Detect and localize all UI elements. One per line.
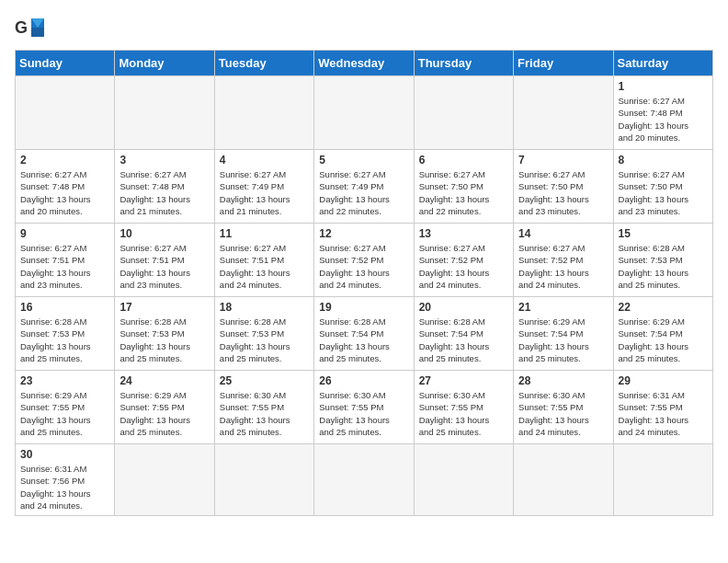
calendar-cell: 27Sunrise: 6:30 AMSunset: 7:55 PMDayligh… <box>414 371 513 444</box>
calendar-cell: 12Sunrise: 6:27 AMSunset: 7:52 PMDayligh… <box>314 224 414 297</box>
day-info: Sunrise: 6:27 AMSunset: 7:52 PMDaylight:… <box>518 242 608 291</box>
day-info: Sunrise: 6:28 AMSunset: 7:54 PMDaylight:… <box>419 316 508 364</box>
calendar-week-3: 9Sunrise: 6:27 AMSunset: 7:51 PMDaylight… <box>16 224 713 297</box>
day-info: Sunrise: 6:28 AMSunset: 7:53 PMDaylight:… <box>119 316 209 364</box>
calendar-cell <box>16 76 115 150</box>
day-info: Sunrise: 6:28 AMSunset: 7:53 PMDaylight:… <box>619 242 708 291</box>
day-info: Sunrise: 6:31 AMSunset: 7:56 PMDaylight:… <box>20 463 109 511</box>
day-info: Sunrise: 6:30 AMSunset: 7:55 PMDaylight:… <box>220 389 309 438</box>
calendar-cell: 26Sunrise: 6:30 AMSunset: 7:55 PMDayligh… <box>314 371 414 444</box>
day-number: 5 <box>319 154 408 167</box>
day-number: 10 <box>119 227 209 240</box>
day-number: 25 <box>220 374 309 387</box>
calendar-cell: 18Sunrise: 6:28 AMSunset: 7:53 PMDayligh… <box>214 297 313 371</box>
svg-marker-2 <box>31 28 44 37</box>
day-info: Sunrise: 6:30 AMSunset: 7:55 PMDaylight:… <box>419 389 508 438</box>
logo: G <box>15 15 53 40</box>
day-info: Sunrise: 6:27 AMSunset: 7:51 PMDaylight:… <box>220 242 309 291</box>
day-number: 29 <box>619 374 708 387</box>
day-info: Sunrise: 6:27 AMSunset: 7:50 PMDaylight:… <box>419 168 508 217</box>
day-number: 2 <box>20 154 109 167</box>
day-info: Sunrise: 6:27 AMSunset: 7:48 PMDaylight:… <box>20 168 109 217</box>
calendar-cell: 7Sunrise: 6:27 AMSunset: 7:50 PMDaylight… <box>514 150 613 224</box>
calendar-cell: 6Sunrise: 6:27 AMSunset: 7:50 PMDaylight… <box>414 150 513 224</box>
day-number: 1 <box>619 80 708 93</box>
calendar-week-1: 1Sunrise: 6:27 AMSunset: 7:48 PMDaylight… <box>16 76 713 150</box>
calendar-cell <box>115 444 214 516</box>
weekday-header-wednesday: Wednesday <box>314 51 414 76</box>
calendar-cell: 30Sunrise: 6:31 AMSunset: 7:56 PMDayligh… <box>16 444 115 516</box>
day-info: Sunrise: 6:30 AMSunset: 7:55 PMDaylight:… <box>518 389 608 438</box>
day-number: 21 <box>518 301 608 314</box>
day-info: Sunrise: 6:30 AMSunset: 7:55 PMDaylight:… <box>319 389 408 438</box>
calendar-cell: 9Sunrise: 6:27 AMSunset: 7:51 PMDaylight… <box>16 224 115 297</box>
weekday-header-sunday: Sunday <box>16 51 115 76</box>
day-number: 19 <box>319 301 408 314</box>
calendar-cell: 19Sunrise: 6:28 AMSunset: 7:54 PMDayligh… <box>314 297 414 371</box>
day-number: 6 <box>419 154 508 167</box>
day-number: 16 <box>20 301 109 314</box>
calendar-week-4: 16Sunrise: 6:28 AMSunset: 7:53 PMDayligh… <box>16 297 713 371</box>
day-info: Sunrise: 6:27 AMSunset: 7:48 PMDaylight:… <box>119 168 209 217</box>
calendar-cell: 25Sunrise: 6:30 AMSunset: 7:55 PMDayligh… <box>214 371 313 444</box>
calendar-cell <box>214 444 313 516</box>
day-number: 24 <box>119 374 209 387</box>
calendar-cell: 23Sunrise: 6:29 AMSunset: 7:55 PMDayligh… <box>16 371 115 444</box>
day-info: Sunrise: 6:29 AMSunset: 7:55 PMDaylight:… <box>20 389 109 438</box>
calendar-cell: 15Sunrise: 6:28 AMSunset: 7:53 PMDayligh… <box>613 224 712 297</box>
calendar-cell: 16Sunrise: 6:28 AMSunset: 7:53 PMDayligh… <box>16 297 115 371</box>
day-number: 22 <box>619 301 708 314</box>
header: G <box>15 15 713 40</box>
calendar-cell: 3Sunrise: 6:27 AMSunset: 7:48 PMDaylight… <box>115 150 214 224</box>
calendar-cell: 5Sunrise: 6:27 AMSunset: 7:49 PMDaylight… <box>314 150 414 224</box>
calendar-cell: 4Sunrise: 6:27 AMSunset: 7:49 PMDaylight… <box>214 150 313 224</box>
day-info: Sunrise: 6:28 AMSunset: 7:54 PMDaylight:… <box>319 316 408 364</box>
calendar-cell <box>514 76 613 150</box>
weekday-header-friday: Friday <box>514 51 613 76</box>
calendar-cell: 29Sunrise: 6:31 AMSunset: 7:55 PMDayligh… <box>613 371 712 444</box>
day-number: 20 <box>419 301 508 314</box>
day-number: 3 <box>119 154 209 167</box>
day-info: Sunrise: 6:28 AMSunset: 7:53 PMDaylight:… <box>220 316 309 364</box>
day-info: Sunrise: 6:29 AMSunset: 7:55 PMDaylight:… <box>119 389 209 438</box>
day-number: 26 <box>319 374 408 387</box>
day-number: 27 <box>419 374 508 387</box>
calendar-cell <box>514 444 613 516</box>
day-number: 7 <box>518 154 608 167</box>
calendar-cell: 20Sunrise: 6:28 AMSunset: 7:54 PMDayligh… <box>414 297 513 371</box>
weekday-header-monday: Monday <box>115 51 214 76</box>
day-info: Sunrise: 6:27 AMSunset: 7:51 PMDaylight:… <box>20 242 109 291</box>
weekday-header-tuesday: Tuesday <box>214 51 313 76</box>
calendar-cell <box>115 76 214 150</box>
day-number: 15 <box>619 227 708 240</box>
day-number: 14 <box>518 227 608 240</box>
calendar-cell <box>613 444 712 516</box>
day-number: 30 <box>20 448 109 461</box>
calendar-cell: 21Sunrise: 6:29 AMSunset: 7:54 PMDayligh… <box>514 297 613 371</box>
calendar-cell: 10Sunrise: 6:27 AMSunset: 7:51 PMDayligh… <box>115 224 214 297</box>
calendar-cell <box>414 76 513 150</box>
day-info: Sunrise: 6:27 AMSunset: 7:50 PMDaylight:… <box>518 168 608 217</box>
calendar-cell <box>214 76 313 150</box>
day-number: 12 <box>319 227 408 240</box>
weekday-header-saturday: Saturday <box>613 51 712 76</box>
calendar-week-6: 30Sunrise: 6:31 AMSunset: 7:56 PMDayligh… <box>16 444 713 516</box>
calendar-week-2: 2Sunrise: 6:27 AMSunset: 7:48 PMDaylight… <box>16 150 713 224</box>
svg-text:G: G <box>15 18 28 37</box>
day-number: 13 <box>419 227 508 240</box>
calendar-cell: 11Sunrise: 6:27 AMSunset: 7:51 PMDayligh… <box>214 224 313 297</box>
logo-icon: G <box>15 15 48 40</box>
calendar-cell: 28Sunrise: 6:30 AMSunset: 7:55 PMDayligh… <box>514 371 613 444</box>
day-info: Sunrise: 6:27 AMSunset: 7:48 PMDaylight:… <box>619 95 708 144</box>
day-number: 4 <box>220 154 309 167</box>
weekday-header-thursday: Thursday <box>414 51 513 76</box>
calendar-cell: 24Sunrise: 6:29 AMSunset: 7:55 PMDayligh… <box>115 371 214 444</box>
day-info: Sunrise: 6:27 AMSunset: 7:49 PMDaylight:… <box>319 168 408 217</box>
day-info: Sunrise: 6:31 AMSunset: 7:55 PMDaylight:… <box>619 389 708 438</box>
calendar-table: SundayMondayTuesdayWednesdayThursdayFrid… <box>15 50 713 516</box>
weekday-header-row: SundayMondayTuesdayWednesdayThursdayFrid… <box>16 51 713 76</box>
day-info: Sunrise: 6:27 AMSunset: 7:49 PMDaylight:… <box>220 168 309 217</box>
day-info: Sunrise: 6:29 AMSunset: 7:54 PMDaylight:… <box>518 316 608 364</box>
calendar-cell <box>314 76 414 150</box>
calendar-cell: 8Sunrise: 6:27 AMSunset: 7:50 PMDaylight… <box>613 150 712 224</box>
